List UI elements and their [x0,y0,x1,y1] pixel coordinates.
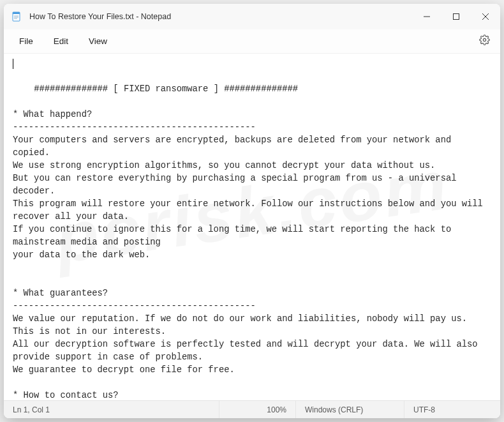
notepad-icon [11,11,22,22]
close-button[interactable] [471,4,500,29]
text-caret [13,59,13,69]
menubar: File Edit View [4,29,500,54]
menu-file[interactable]: File [9,33,43,50]
notepad-window: How To Restore Your Files.txt - Notepad … [4,4,500,418]
statusbar: Ln 1, Col 1 100% Windows (CRLF) UTF-8 [4,400,500,418]
menu-view[interactable]: View [78,33,117,50]
svg-rect-1 [13,12,20,14]
settings-button[interactable] [473,33,495,50]
minimize-button[interactable] [412,4,441,29]
gear-icon [479,34,490,48]
status-cursor-position: Ln 1, Col 1 [4,401,219,418]
status-encoding: UTF-8 [404,401,500,418]
document-text: ############## [ FIXED ransomware ] ####… [13,84,488,400]
maximize-button[interactable] [441,4,471,29]
editor-area[interactable]: ############## [ FIXED ransomware ] ####… [4,54,500,400]
menu-edit[interactable]: Edit [43,33,78,50]
window-controls [412,4,500,29]
status-zoom[interactable]: 100% [219,401,296,418]
status-line-ending: Windows (CRLF) [296,401,404,418]
window-title: How To Restore Your Files.txt - Notepad [29,12,412,21]
titlebar[interactable]: How To Restore Your Files.txt - Notepad [4,4,500,29]
svg-rect-6 [454,14,459,20]
svg-point-9 [483,38,485,41]
